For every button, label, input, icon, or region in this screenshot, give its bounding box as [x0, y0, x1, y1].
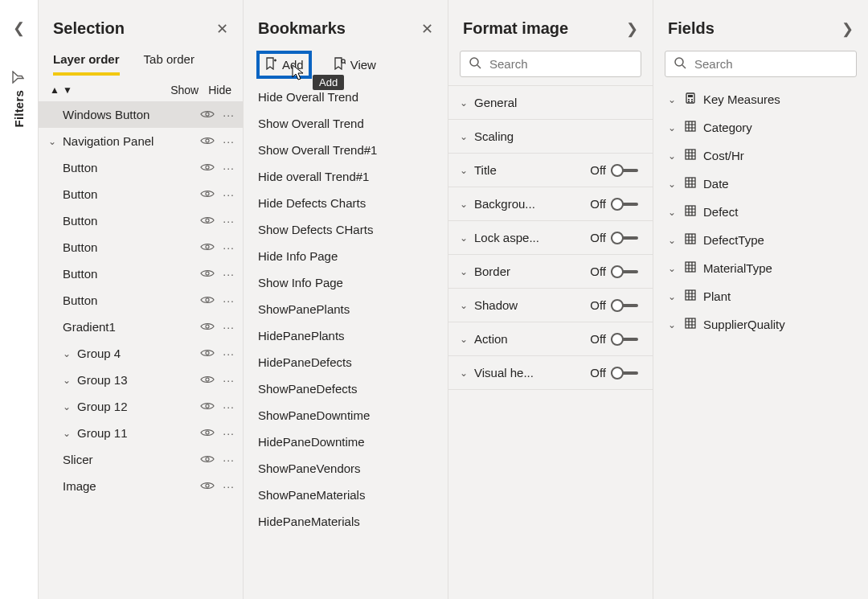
format-section[interactable]: ⌄TitleOff: [448, 153, 653, 187]
bookmark-item[interactable]: Hide Info Page: [244, 243, 448, 269]
chevron-down-icon[interactable]: ⌄: [61, 375, 72, 386]
chevron-down-icon[interactable]: ⌄: [460, 199, 468, 210]
chevron-down-icon[interactable]: ⌄: [668, 207, 678, 218]
selection-item[interactable]: Button···: [39, 181, 243, 207]
visibility-toggle-icon[interactable]: [200, 427, 215, 440]
field-table[interactable]: ⌄Key Measures: [653, 85, 868, 113]
filters-collapsed-pane[interactable]: ❮ Filters: [0, 0, 39, 599]
add-bookmark-button[interactable]: Add Add: [256, 51, 312, 79]
field-table[interactable]: ⌄DefectType: [653, 226, 868, 254]
visibility-toggle-icon[interactable]: [200, 347, 215, 360]
chevron-down-icon[interactable]: ⌄: [61, 348, 72, 359]
field-table[interactable]: ⌄Date: [653, 170, 868, 198]
chevron-down-icon[interactable]: ⌄: [460, 165, 468, 176]
chevron-down-icon[interactable]: ⌄: [460, 266, 468, 277]
chevron-down-icon[interactable]: ⌄: [668, 291, 678, 302]
visibility-toggle-icon[interactable]: [200, 135, 215, 148]
format-section[interactable]: ⌄General: [448, 85, 653, 119]
bookmark-item[interactable]: Hide Overall Trend: [244, 84, 448, 110]
visibility-toggle-icon[interactable]: [200, 268, 215, 281]
close-icon[interactable]: ✕: [421, 20, 433, 38]
more-options-icon[interactable]: ···: [223, 374, 235, 387]
fields-search[interactable]: [665, 51, 857, 77]
toggle-switch[interactable]: [611, 333, 638, 346]
format-section[interactable]: ⌄BorderOff: [448, 254, 653, 288]
chevron-right-icon[interactable]: ❯: [626, 20, 638, 38]
bookmark-item[interactable]: Show Defects CHarts: [244, 216, 448, 243]
chevron-right-icon[interactable]: ❯: [841, 20, 854, 38]
bookmark-item[interactable]: HidePaneDefects: [244, 349, 448, 375]
more-options-icon[interactable]: ···: [223, 453, 235, 466]
more-options-icon[interactable]: ···: [223, 427, 235, 440]
visibility-toggle-icon[interactable]: [200, 453, 215, 466]
toggle-switch[interactable]: [611, 198, 638, 211]
field-table[interactable]: ⌄SupplierQuality: [653, 310, 868, 338]
selection-item[interactable]: ⌄Group 11···: [39, 420, 243, 446]
selection-item[interactable]: ⌄Group 13···: [39, 367, 243, 393]
toggle-switch[interactable]: [611, 367, 638, 380]
visibility-toggle-icon[interactable]: [200, 162, 215, 174]
field-table[interactable]: ⌄Cost/Hr: [653, 142, 868, 170]
bookmark-item[interactable]: HidePaneDowntime: [244, 429, 448, 455]
tab-layer-order[interactable]: Layer order: [53, 52, 120, 76]
more-options-icon[interactable]: ···: [223, 347, 235, 360]
toggle-switch[interactable]: [611, 232, 638, 244]
more-options-icon[interactable]: ···: [223, 188, 235, 201]
format-section[interactable]: ⌄Visual he...Off: [448, 355, 653, 390]
bookmark-item[interactable]: ShowPaneVendors: [244, 455, 448, 482]
view-bookmark-button[interactable]: View: [328, 54, 381, 76]
more-options-icon[interactable]: ···: [223, 268, 235, 281]
chevron-left-icon[interactable]: ❮: [13, 19, 25, 37]
chevron-down-icon[interactable]: ⌄: [668, 150, 678, 162]
more-options-icon[interactable]: ···: [223, 162, 235, 174]
field-table[interactable]: ⌄Plant: [653, 282, 868, 310]
selection-item[interactable]: Gradient1···: [39, 314, 243, 340]
visibility-toggle-icon[interactable]: [200, 215, 215, 228]
more-options-icon[interactable]: ···: [223, 215, 235, 228]
more-options-icon[interactable]: ···: [223, 135, 235, 148]
selection-item[interactable]: ⌄Navigation Panel···: [39, 128, 243, 154]
chevron-down-icon[interactable]: ⌄: [47, 136, 58, 147]
format-section[interactable]: ⌄Backgrou...Off: [448, 187, 653, 220]
chevron-down-icon[interactable]: ⌄: [460, 131, 468, 142]
toggle-switch[interactable]: [611, 164, 638, 177]
more-options-icon[interactable]: ···: [223, 294, 235, 307]
selection-item[interactable]: Button···: [39, 207, 243, 234]
bookmark-item[interactable]: ShowPaneDefects: [244, 375, 448, 402]
chevron-down-icon[interactable]: ⌄: [61, 401, 72, 412]
chevron-down-icon[interactable]: ⌄: [668, 319, 678, 330]
chevron-down-icon[interactable]: ⌄: [61, 428, 72, 439]
format-section[interactable]: ⌄ShadowOff: [448, 288, 653, 322]
more-options-icon[interactable]: ···: [223, 241, 235, 254]
visibility-toggle-icon[interactable]: [200, 374, 215, 387]
bookmark-item[interactable]: Show Overall Trend#1: [244, 137, 448, 163]
more-options-icon[interactable]: ···: [223, 109, 235, 121]
visibility-toggle-icon[interactable]: [200, 294, 215, 307]
chevron-down-icon[interactable]: ⌄: [460, 300, 468, 311]
close-icon[interactable]: ✕: [216, 20, 228, 38]
visibility-toggle-icon[interactable]: [200, 321, 215, 334]
hide-all-button[interactable]: Hide: [208, 84, 231, 96]
format-section[interactable]: ⌄ActionOff: [448, 322, 653, 355]
more-options-icon[interactable]: ···: [223, 400, 235, 413]
bookmark-item[interactable]: Show Overall Trend: [244, 110, 448, 137]
selection-item[interactable]: Button···: [39, 287, 243, 314]
move-up-icon[interactable]: ▲: [50, 84, 59, 96]
chevron-down-icon[interactable]: ⌄: [460, 97, 468, 109]
chevron-down-icon[interactable]: ⌄: [668, 122, 678, 133]
toggle-switch[interactable]: [611, 299, 638, 312]
format-section[interactable]: ⌄Lock aspe...Off: [448, 220, 653, 254]
selection-item[interactable]: Image···: [39, 473, 243, 499]
format-search[interactable]: [460, 51, 641, 77]
format-section[interactable]: ⌄Scaling: [448, 119, 653, 153]
bookmark-item[interactable]: ShowPaneMaterials: [244, 482, 448, 508]
chevron-down-icon[interactable]: ⌄: [668, 178, 678, 190]
search-input[interactable]: [488, 56, 633, 72]
move-down-icon[interactable]: ▼: [63, 84, 72, 96]
bookmark-item[interactable]: HidePanePlants: [244, 322, 448, 349]
tab-tab-order[interactable]: Tab order: [144, 52, 194, 76]
chevron-down-icon[interactable]: ⌄: [668, 94, 678, 105]
bookmark-item[interactable]: HidePaneMaterials: [244, 508, 448, 535]
toggle-switch[interactable]: [611, 265, 638, 278]
selection-item[interactable]: ⌄Group 4···: [39, 340, 243, 367]
